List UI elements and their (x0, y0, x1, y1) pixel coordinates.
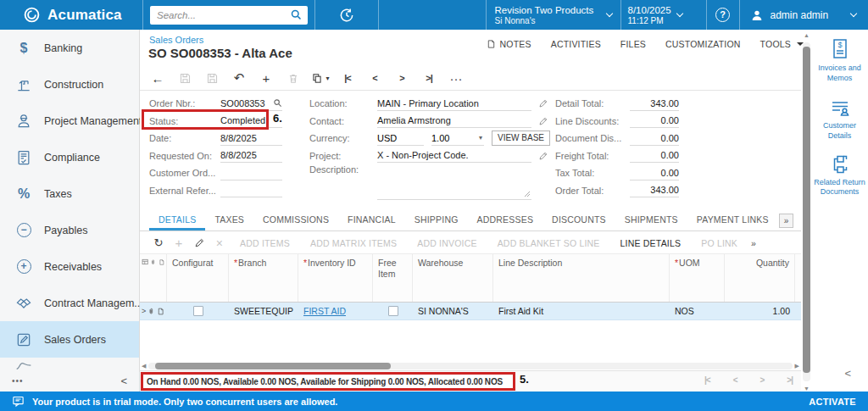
column-header-line-description[interactable]: Line Description (493, 254, 670, 302)
search-icon[interactable] (290, 8, 303, 21)
tab-shipments[interactable]: SHIPMENTS (615, 214, 687, 230)
delete-button[interactable] (280, 72, 307, 85)
column-header-configurable[interactable]: Configurat (167, 254, 229, 302)
sidebar-item-receivables[interactable]: + Receivables (0, 248, 139, 285)
add-matrix-items-button[interactable]: ADD MATRIX ITEMS (300, 238, 407, 248)
back-button[interactable]: ← (144, 71, 171, 86)
scroll-left-icon[interactable]: ◀ (142, 363, 146, 369)
side-panel-collapse-button[interactable]: < (844, 367, 851, 380)
horizontal-scroll-track[interactable] (148, 363, 792, 369)
sidebar-item-payables[interactable]: − Payables (0, 212, 139, 248)
column-header-warehouse[interactable]: Warehouse (413, 254, 493, 302)
grid-add-row-button[interactable]: + (169, 236, 189, 250)
tab-discounts[interactable]: DISCOUNTS (542, 214, 615, 230)
sidebar-item-banking[interactable]: $ Banking (0, 30, 139, 66)
toolbar-more-button[interactable]: ··· (442, 71, 470, 86)
contact-field[interactable]: Amelia Armstrong (377, 114, 531, 128)
go-last-button[interactable]: >| (415, 73, 442, 83)
panel-item-invoices-memos[interactable]: $ Invoices and Memos (811, 38, 868, 83)
user-menu[interactable]: admin admin (740, 8, 868, 22)
add-record-button[interactable]: + (253, 71, 280, 86)
tab-taxes[interactable]: TAXES (205, 214, 253, 230)
save-button[interactable] (198, 72, 225, 85)
acumatica-logo[interactable]: Acumatica (0, 6, 142, 24)
go-previous-button[interactable]: < (361, 73, 388, 83)
pager-last-button[interactable]: >| (787, 375, 793, 385)
line-details-button[interactable]: LINE DETAILS (610, 238, 692, 248)
requested-on-field[interactable]: 8/8/2025 (220, 148, 282, 163)
grid-edit-button[interactable] (189, 237, 209, 248)
sidebar-item-taxes[interactable]: % Taxes (0, 175, 139, 212)
sidebar-item-project-management[interactable]: Project Management (0, 103, 139, 139)
document-discounts-value[interactable]: 0.00 (630, 131, 679, 146)
panel-item-related-return-documents[interactable]: Related Return Documents (811, 154, 868, 197)
help-button[interactable]: ? (707, 8, 739, 22)
external-reference-field[interactable] (220, 183, 282, 197)
grid-data-row[interactable]: > SWEETEQUIP FIRST AID SI NONNA'S First … (140, 303, 801, 320)
tools-button[interactable]: TOOLS (760, 39, 804, 49)
tab-addresses[interactable]: ADDRESSES (468, 214, 543, 230)
files-button[interactable]: FILES (620, 39, 646, 49)
note-icon[interactable] (157, 307, 164, 316)
horizontal-scrollbar[interactable]: ◀ ▶ (142, 362, 799, 369)
pager-next-button[interactable]: > (760, 375, 765, 385)
sidebar-item-sales-orders[interactable]: Sales Orders (0, 321, 139, 358)
column-header-inventory-id[interactable]: *Inventory ID (298, 254, 373, 302)
notes-button[interactable]: NOTES (487, 39, 531, 49)
panel-item-customer-details[interactable]: Customer Details (811, 97, 868, 141)
configurable-checkbox[interactable] (193, 306, 203, 316)
uom-cell[interactable]: NOS (670, 306, 725, 316)
search-input[interactable] (150, 10, 290, 20)
date-field[interactable]: 8/8/2025 (220, 131, 282, 146)
column-header-free-item[interactable]: Free Item (373, 254, 413, 302)
undo-button[interactable]: ↶ (225, 70, 253, 86)
po-link-button[interactable]: PO LINK (691, 238, 748, 248)
description-field[interactable] (377, 164, 531, 200)
activate-button[interactable]: ACTIVATE (809, 397, 856, 407)
grid-refresh-button[interactable]: ↻ (148, 236, 169, 249)
column-header-branch[interactable]: *Branch (229, 254, 298, 302)
sidebar-collapse-button[interactable]: < (120, 375, 127, 387)
tenant-branch-selector[interactable]: Revision Two Products Si Nonna's (487, 5, 620, 25)
paperclip-icon[interactable] (147, 307, 155, 316)
customer-order-field[interactable] (220, 166, 282, 181)
warehouse-cell[interactable]: SI NONNA'S (413, 306, 493, 316)
add-invoice-button[interactable]: ADD INVOICE (407, 238, 487, 248)
tab-financial[interactable]: FINANCIAL (338, 214, 405, 230)
tabs-overflow-button[interactable]: » (779, 214, 793, 228)
tab-shipping[interactable]: SHIPPING (405, 214, 468, 230)
pager-previous-button[interactable]: < (733, 375, 737, 385)
scroll-up-icon[interactable]: ▲ (802, 32, 811, 38)
row-expand-icon[interactable]: > (142, 307, 146, 315)
order-nbr-field[interactable]: SO008353 (220, 97, 282, 111)
sidebar-item-construction[interactable]: Construction (0, 66, 139, 103)
tab-details[interactable]: DETAILS (149, 214, 205, 230)
scroll-right-icon[interactable]: ▶ (795, 363, 799, 369)
free-item-checkbox[interactable] (388, 306, 398, 316)
pager-first-button[interactable]: |< (704, 375, 710, 385)
resize-handle-icon[interactable] (524, 191, 531, 197)
business-date-button[interactable] (315, 7, 378, 24)
go-first-button[interactable]: |< (334, 73, 361, 83)
sidebar-more-button[interactable]: ••• (12, 376, 24, 386)
column-settings-icon[interactable] (142, 258, 148, 266)
line-description-cell[interactable]: First Aid Kit (493, 306, 670, 316)
inventory-id-link[interactable]: FIRST AID (303, 306, 346, 316)
lookup-magnifier-icon[interactable] (273, 98, 282, 108)
tab-payment-links[interactable]: PAYMENT LINKS (687, 214, 778, 230)
scroll-down-icon[interactable]: ▼ (802, 386, 811, 392)
column-header-quantity[interactable]: Quantity (725, 254, 795, 302)
customization-button[interactable]: CUSTOMIZATION (665, 39, 741, 49)
tab-commissions[interactable]: COMMISSIONS (253, 214, 338, 230)
view-base-button[interactable]: VIEW BASE (492, 131, 550, 146)
vertical-scroll-track[interactable] (803, 42, 810, 381)
sidebar-item-compliance[interactable]: Compliance (0, 139, 139, 175)
sidebar-item-contract-management[interactable]: Contract Managem... (0, 285, 139, 321)
save-close-button[interactable] (171, 72, 198, 85)
edit-pencil-icon[interactable] (538, 98, 548, 108)
edit-pencil-icon[interactable] (538, 151, 548, 161)
project-field[interactable]: X - Non-Project Code. (377, 148, 531, 163)
activities-button[interactable]: ACTIVITIES (551, 39, 601, 49)
edit-pencil-icon[interactable] (538, 116, 548, 126)
add-items-button[interactable]: ADD ITEMS (230, 238, 300, 248)
